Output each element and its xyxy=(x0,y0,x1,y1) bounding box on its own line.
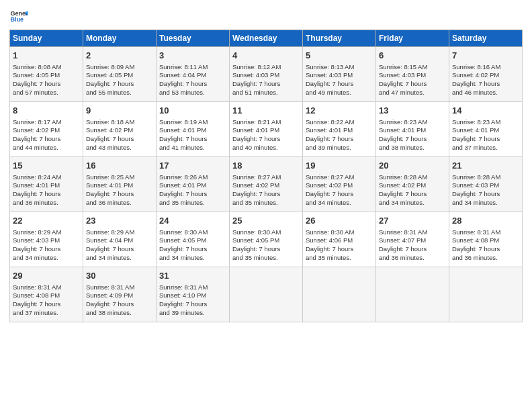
day-info-line: and 34 minutes. xyxy=(159,254,205,261)
day-info-line: Sunset: 4:03 PM xyxy=(452,181,499,189)
calendar-cell: 13Sunrise: 8:23 AMSunset: 4:01 PMDayligh… xyxy=(376,102,449,157)
day-info-line: Sunset: 4:03 PM xyxy=(13,236,60,244)
day-number: 22 xyxy=(13,215,80,227)
day-info-line: Sunset: 4:06 PM xyxy=(306,236,353,244)
day-info-line: Sunrise: 8:16 AM xyxy=(452,63,500,71)
day-info-line: Sunset: 4:03 PM xyxy=(306,71,353,79)
day-info-line: Daylight: 7 hours xyxy=(232,80,280,87)
calendar-week-3: 15Sunrise: 8:24 AMSunset: 4:01 PMDayligh… xyxy=(10,157,523,212)
day-info-line: Sunset: 4:01 PM xyxy=(379,126,426,134)
day-info-line: and 37 minutes. xyxy=(13,309,58,316)
day-info-line: Sunrise: 8:15 AM xyxy=(379,63,427,71)
day-info-line: and 36 minutes. xyxy=(452,254,498,261)
day-info-line: Sunset: 4:01 PM xyxy=(86,181,133,189)
day-info-line: Sunset: 4:02 PM xyxy=(232,181,279,189)
day-info-line: Sunrise: 8:28 AM xyxy=(452,173,500,181)
day-info-line: Sunset: 4:08 PM xyxy=(452,236,499,244)
day-info-line: Sunrise: 8:22 AM xyxy=(306,118,354,126)
day-info-line: Daylight: 7 hours xyxy=(232,190,280,197)
day-info-line: Sunset: 4:05 PM xyxy=(159,236,206,244)
day-info-line: Sunrise: 8:21 AM xyxy=(232,118,281,126)
day-info-line: Sunrise: 8:29 AM xyxy=(86,228,134,236)
day-info-line: Sunrise: 8:23 AM xyxy=(452,118,500,126)
svg-text:Blue: Blue xyxy=(10,16,24,23)
day-number: 6 xyxy=(379,50,446,62)
day-info-line: Sunset: 4:01 PM xyxy=(159,181,206,189)
calendar-cell xyxy=(303,267,376,322)
day-info-line: Sunrise: 8:29 AM xyxy=(13,228,61,236)
day-info-line: and 44 minutes. xyxy=(13,144,58,151)
calendar-cell: 28Sunrise: 8:31 AMSunset: 4:08 PMDayligh… xyxy=(449,212,523,267)
day-number: 14 xyxy=(452,105,519,117)
header-day-friday: Friday xyxy=(376,30,449,47)
day-info-line: Sunset: 4:10 PM xyxy=(159,291,206,299)
calendar-week-2: 8Sunrise: 8:17 AMSunset: 4:02 PMDaylight… xyxy=(10,102,523,157)
calendar-cell: 31Sunrise: 8:31 AMSunset: 4:10 PMDayligh… xyxy=(157,267,230,322)
day-number: 5 xyxy=(306,50,373,62)
day-info-line: and 37 minutes. xyxy=(452,144,498,151)
day-info-line: Daylight: 7 hours xyxy=(86,80,134,87)
day-info-line: Sunrise: 8:24 AM xyxy=(13,173,61,181)
day-number: 30 xyxy=(86,270,153,282)
day-info-line: Sunset: 4:02 PM xyxy=(86,126,133,134)
day-number: 13 xyxy=(379,105,446,117)
day-info-line: Sunset: 4:01 PM xyxy=(159,126,206,134)
day-info-line: Sunset: 4:02 PM xyxy=(379,181,426,189)
day-info-line: Daylight: 7 hours xyxy=(13,135,60,142)
calendar-cell: 6Sunrise: 8:15 AMSunset: 4:03 PMDaylight… xyxy=(376,47,449,102)
day-info-line: and 34 minutes. xyxy=(86,254,132,261)
day-number: 16 xyxy=(86,160,153,172)
day-info-line: Daylight: 7 hours xyxy=(13,80,60,87)
day-number: 15 xyxy=(13,160,80,172)
day-info-line: Daylight: 7 hours xyxy=(306,245,353,253)
day-info-line: Daylight: 7 hours xyxy=(232,245,280,253)
calendar-cell xyxy=(449,267,523,322)
day-info-line: and 34 minutes. xyxy=(452,199,498,206)
day-info-line: Sunrise: 8:31 AM xyxy=(13,283,61,291)
day-info-line: Daylight: 7 hours xyxy=(159,245,207,253)
day-number: 9 xyxy=(86,105,153,117)
day-info-line: Daylight: 7 hours xyxy=(86,245,134,253)
calendar-cell: 12Sunrise: 8:22 AMSunset: 4:01 PMDayligh… xyxy=(303,102,376,157)
day-info-line: and 49 minutes. xyxy=(306,89,351,96)
calendar-body: 1Sunrise: 8:08 AMSunset: 4:05 PMDaylight… xyxy=(10,47,523,322)
day-info-line: Daylight: 7 hours xyxy=(232,135,280,142)
day-info-line: Sunrise: 8:19 AM xyxy=(159,118,208,126)
calendar-cell: 5Sunrise: 8:13 AMSunset: 4:03 PMDaylight… xyxy=(303,47,376,102)
day-info-line: Sunset: 4:02 PM xyxy=(452,71,499,79)
calendar-cell: 29Sunrise: 8:31 AMSunset: 4:08 PMDayligh… xyxy=(10,267,83,322)
calendar-cell: 17Sunrise: 8:26 AMSunset: 4:01 PMDayligh… xyxy=(157,157,230,212)
calendar-cell: 22Sunrise: 8:29 AMSunset: 4:03 PMDayligh… xyxy=(10,212,83,267)
day-info-line: Sunrise: 8:31 AM xyxy=(452,228,500,236)
calendar-cell xyxy=(376,267,449,322)
day-info-line: Sunset: 4:02 PM xyxy=(306,181,353,189)
calendar-header-row: SundayMondayTuesdayWednesdayThursdayFrid… xyxy=(10,30,523,47)
day-info-line: Sunrise: 8:11 AM xyxy=(159,63,208,71)
day-info-line: Sunrise: 8:25 AM xyxy=(86,173,134,181)
day-number: 29 xyxy=(13,270,80,282)
day-info-line: Sunset: 4:02 PM xyxy=(13,126,60,134)
day-info-line: Sunrise: 8:31 AM xyxy=(379,228,427,236)
day-info-line: and 35 minutes. xyxy=(306,254,351,261)
day-number: 20 xyxy=(379,160,446,172)
day-info-line: Sunset: 4:05 PM xyxy=(232,236,279,244)
day-info-line: and 46 minutes. xyxy=(452,89,498,96)
day-info-line: Sunrise: 8:30 AM xyxy=(306,228,354,236)
calendar-table: SundayMondayTuesdayWednesdayThursdayFrid… xyxy=(9,30,523,322)
day-number: 19 xyxy=(306,160,373,172)
calendar-cell: 11Sunrise: 8:21 AMSunset: 4:01 PMDayligh… xyxy=(230,102,303,157)
day-info-line: Sunrise: 8:28 AM xyxy=(379,173,427,181)
header-day-wednesday: Wednesday xyxy=(230,30,303,47)
day-info-line: Daylight: 7 hours xyxy=(306,80,353,87)
header-day-sunday: Sunday xyxy=(10,30,83,47)
day-info-line: Sunrise: 8:27 AM xyxy=(232,173,281,181)
day-info-line: and 34 minutes. xyxy=(13,254,58,261)
day-info-line: and 38 minutes. xyxy=(379,144,425,151)
day-info-line: Sunset: 4:09 PM xyxy=(86,291,133,299)
day-info-line: and 51 minutes. xyxy=(232,89,278,96)
day-info-line: and 43 minutes. xyxy=(86,144,132,151)
day-info-line: Daylight: 7 hours xyxy=(452,245,500,253)
calendar-cell: 24Sunrise: 8:30 AMSunset: 4:05 PMDayligh… xyxy=(157,212,230,267)
day-info-line: Daylight: 7 hours xyxy=(86,300,134,308)
calendar-cell: 18Sunrise: 8:27 AMSunset: 4:02 PMDayligh… xyxy=(230,157,303,212)
